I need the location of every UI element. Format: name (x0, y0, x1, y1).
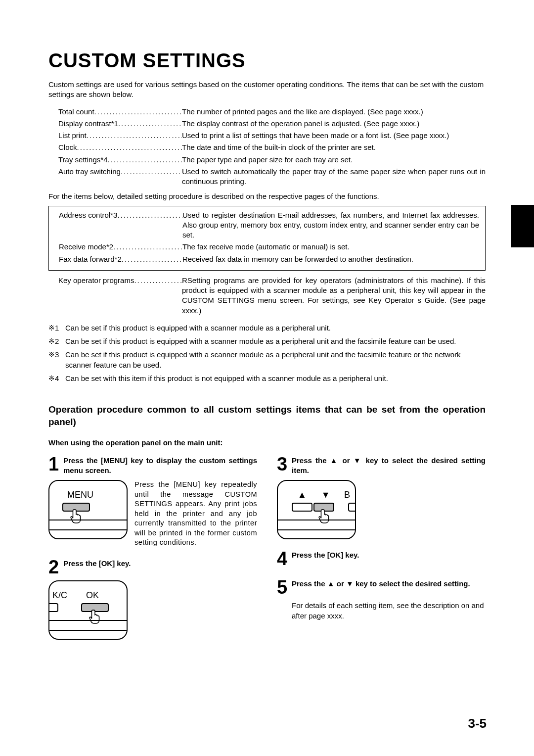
setting-desc: Used to register destination E-mail addr… (182, 210, 479, 240)
setting-row: Auto tray switching ....................… (58, 167, 486, 187)
setting-row: Total count ............................… (58, 107, 486, 117)
setting-label: Address control*3 (59, 210, 117, 220)
procedure-subhead: When using the operation panel on the ma… (48, 438, 486, 447)
right-column: 3 Press the ▲ or ▼ key to select the des… (277, 456, 486, 651)
footnote: ※1Can be set if this product is equipped… (48, 323, 486, 333)
footnote-mark: ※3 (48, 349, 65, 370)
setting-row: Fax data forward*2 .....................… (59, 254, 479, 264)
arrow-labels: ▲▼ (298, 490, 345, 500)
step-number-2: 2 (48, 559, 63, 575)
leader-dots: ........................................… (77, 142, 182, 152)
setting-row: Receive mode*2 .........................… (59, 242, 479, 252)
section-tab (511, 205, 534, 247)
ok-panel-illustration: K/C OK (48, 580, 128, 640)
step-number-4: 4 (277, 550, 292, 567)
hand-pointer-icon (88, 609, 102, 624)
leader-dots: ........................................… (117, 210, 182, 220)
footnote-text: Can be set if this product is equipped w… (65, 336, 486, 346)
setting-row: Clock ..................................… (58, 142, 486, 152)
setting-desc: The number of printed pages and the like… (182, 107, 486, 117)
step-number-5: 5 (277, 579, 292, 596)
setting-label: Display contrast*1 (58, 119, 118, 129)
leader-dots: ........................................… (122, 254, 182, 264)
page-title: CUSTOM SETTINGS (48, 49, 486, 72)
setting-label: Receive mode*2 (59, 242, 113, 252)
procedure-heading: Operation procedure common to all custom… (48, 403, 486, 428)
settings-list-3: Key operator programs ..................… (58, 276, 486, 316)
setting-row: List print .............................… (58, 131, 486, 141)
setting-label: Tray settings*4 (58, 155, 108, 165)
step-3-title: Press the ▲ or ▼ key to select the desir… (292, 456, 486, 475)
setting-row: Key operator programs ..................… (58, 276, 486, 316)
setting-label: Auto tray switching (58, 167, 121, 177)
footnote-mark: ※2 (48, 336, 65, 346)
page-number: 3-5 (468, 716, 487, 731)
leader-dots: ........................................… (108, 155, 182, 165)
setting-desc: RSetting programs are provided for key o… (182, 276, 486, 316)
up-key (292, 503, 312, 512)
leader-dots: ........................................… (121, 167, 182, 177)
step-1-desc: Press the [MENU] key repeatedly until th… (134, 480, 257, 548)
setting-desc: The display contrast of the operation pa… (182, 119, 486, 129)
step-4-title: Press the [OK] key. (292, 550, 486, 567)
step-2-title: Press the [OK] key. (63, 559, 257, 575)
footnote-mark: ※4 (48, 373, 65, 383)
leader-dots: ........................................… (113, 242, 182, 252)
footnote: ※4Can be set with this item if this prod… (48, 373, 486, 383)
right-key (348, 503, 356, 512)
intro-text: Custom settings are used for various set… (48, 80, 486, 100)
setting-desc: The fax receive mode (automatic or manua… (182, 242, 479, 252)
setting-row: Address control*3 ......................… (59, 210, 479, 240)
leader-dots: ........................................… (134, 276, 182, 285)
settings-list-1: Total count ............................… (58, 107, 486, 187)
arrow-panel-illustration: ▲▼ B (277, 480, 356, 539)
setting-desc: Used to switch automatically the paper t… (182, 167, 486, 187)
setting-row: Display contrast*1 .....................… (58, 119, 486, 129)
hand-pointer-icon (317, 509, 331, 523)
setting-desc: Received fax data in memory can be forwa… (182, 254, 479, 264)
hand-pointer-icon (69, 509, 83, 523)
step-5-title: Press the ▲ or ▼ key to select the desir… (292, 579, 486, 596)
leader-dots: ........................................… (94, 107, 182, 117)
setting-label: Key operator programs (58, 276, 134, 285)
setting-label: List print (58, 131, 87, 141)
ok-label: OK (86, 590, 99, 601)
setting-desc: Used to print a list of settings that ha… (182, 131, 486, 141)
step-number-3: 3 (277, 456, 292, 475)
step-5-note: For details of each setting item, see th… (292, 601, 486, 621)
setting-row: Tray settings*4 ........................… (58, 155, 486, 165)
b-label: B (344, 490, 350, 500)
setting-desc: The date and time of the built-in clock … (182, 142, 486, 152)
setting-label: Total count (58, 107, 94, 117)
footnote: ※3Can be set if this product is equipped… (48, 349, 486, 370)
leader-dots: ........................................… (118, 119, 182, 129)
footnote-text: Can be set if this product is equipped w… (65, 323, 486, 333)
menu-panel-illustration: MENU (48, 480, 128, 539)
menu-label: MENU (67, 490, 93, 500)
step-number-1: 1 (48, 456, 63, 475)
setting-label: Clock (58, 142, 77, 152)
footnote-text: Can be set with this item if this produc… (65, 373, 486, 383)
between-note: For the items below, detailed setting pr… (48, 191, 486, 201)
left-column: 1 Press the [MENU] key to display the cu… (48, 456, 257, 651)
setting-desc: The paper type and paper size for each t… (182, 155, 486, 165)
footnote: ※2Can be set if this product is equipped… (48, 336, 486, 346)
back-c-label: K/C (52, 590, 67, 601)
footnotes: ※1Can be set if this product is equipped… (48, 323, 486, 383)
footnote-mark: ※1 (48, 323, 65, 333)
step-1-title: Press the [MENU] key to display the cust… (63, 456, 257, 475)
footnote-text: Can be set if this product is equipped w… (65, 349, 486, 370)
leader-dots: ........................................… (87, 131, 182, 141)
boxed-settings: Address control*3 ......................… (48, 206, 486, 271)
back-key (48, 603, 58, 612)
setting-label: Fax data forward*2 (59, 254, 122, 264)
